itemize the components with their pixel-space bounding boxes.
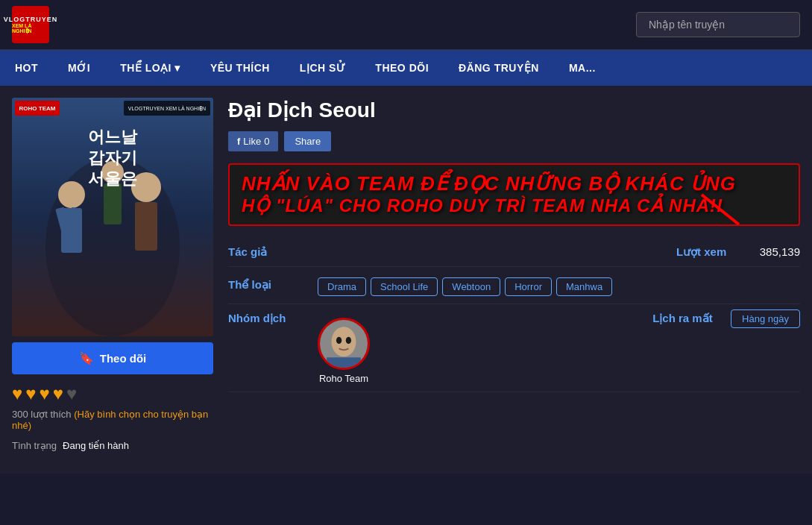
nav-ma[interactable]: MA...	[554, 50, 611, 86]
share-button[interactable]: Share	[284, 131, 331, 151]
like-button[interactable]: f Like 0	[228, 131, 278, 151]
info-section: Đại Dịch Seoul f Like 0 Share NHẤN VÀO T…	[228, 98, 800, 462]
cover-svg: 어느날 갑자기 서울은 ROHO TEAM VLOGTRUYEN XEM LÀ …	[12, 98, 213, 336]
manga-cover: 어느날 갑자기 서울은 ROHO TEAM VLOGTRUYEN XEM LÀ …	[12, 98, 213, 336]
author-views-row: Tác giả Lượt xem 385,139	[228, 238, 800, 267]
logo-bottom-text: XEM LÀ NGHIỆN	[12, 23, 49, 34]
views-label: Lượt xem	[676, 245, 726, 258]
group-label: Nhóm dịch	[228, 312, 318, 325]
rating-section: ♥ ♥ ♥ ♥ ♥	[12, 383, 213, 404]
genre-tags: Drama School Life Webtoon Horror Manhwa	[318, 277, 612, 296]
svg-rect-9	[104, 183, 122, 224]
nav-lich-su[interactable]: LỊCH SỬ	[285, 50, 361, 86]
release-value: Hàng ngày	[731, 309, 800, 328]
tag-webtoon[interactable]: Webtoon	[442, 277, 500, 296]
logo-top-text: VLOGTRUYEN	[4, 16, 58, 23]
votes-text: 300 lượt thích (Hãy bình chọn cho truyện…	[12, 409, 213, 431]
release-label: Lịch ra mất	[652, 312, 713, 324]
main-content: 어느날 갑자기 서울은 ROHO TEAM VLOGTRUYEN XEM LÀ …	[0, 86, 812, 474]
tag-manhwa[interactable]: Manhwa	[556, 277, 612, 296]
follow-label: Theo dõi	[100, 352, 147, 365]
nhom-dich-section: Roho Team	[318, 318, 370, 384]
nav-theo-doi[interactable]: THEO DÕI	[360, 50, 444, 86]
views-section: Lượt xem 385,139	[676, 245, 800, 259]
tag-drama[interactable]: Drama	[318, 277, 366, 296]
svg-text:ROHO TEAM: ROHO TEAM	[19, 105, 56, 112]
tag-school[interactable]: School Life	[371, 277, 438, 296]
svg-text:서울은: 서울은	[88, 169, 137, 188]
svg-rect-23	[327, 357, 361, 370]
svg-rect-7	[135, 202, 157, 251]
genre-label: Thể loại	[228, 278, 318, 292]
facebook-icon: f	[237, 136, 240, 147]
star-1[interactable]: ♥	[12, 383, 22, 404]
tag-horror[interactable]: Horror	[505, 277, 552, 296]
star-4[interactable]: ♥	[53, 383, 63, 404]
search-input[interactable]	[636, 12, 800, 37]
like-label: Like	[243, 136, 261, 147]
social-bar: f Like 0 Share	[228, 131, 800, 151]
nav-the-loai[interactable]: THỂ LOẠI ▾	[105, 50, 195, 86]
logo[interactable]: VLOGTRUYEN XEM LÀ NGHIỆN	[12, 6, 49, 43]
status-value: Đang tiến hành	[63, 440, 129, 451]
header: VLOGTRUYEN XEM LÀ NGHIỆN	[0, 0, 812, 50]
svg-text:어느날: 어느날	[88, 128, 138, 146]
nav-yeu-thich[interactable]: YÊU THÍCH	[195, 50, 285, 86]
views-value: 385,139	[760, 245, 800, 258]
status-row: Tình trạng Đang tiến hành	[12, 440, 213, 451]
star-2[interactable]: ♥	[25, 383, 36, 404]
promo-arrow	[694, 187, 754, 232]
nav-moi[interactable]: MỚI	[53, 50, 105, 86]
team-avatar[interactable]	[318, 318, 370, 370]
star-5[interactable]: ♥	[66, 383, 77, 404]
svg-point-2	[58, 181, 85, 208]
star-3[interactable]: ♥	[40, 383, 50, 404]
team-name: Roho Team	[319, 373, 368, 384]
cover-section: 어느날 갑자기 서울은 ROHO TEAM VLOGTRUYEN XEM LÀ …	[12, 98, 213, 462]
bookmark-icon: 🔖	[79, 351, 94, 365]
group-release-row: Nhóm dịch	[228, 304, 800, 392]
team-avatar-svg	[320, 318, 368, 370]
detail-section: Tác giả Lượt xem 385,139 Thể loại Drama …	[228, 238, 800, 392]
release-section: Lịch ra mất Hàng ngày	[652, 312, 800, 325]
votes-count: 300 lượt thích	[12, 409, 72, 420]
status-label: Tình trạng	[12, 440, 57, 451]
logo-icon: VLOGTRUYEN XEM LÀ NGHIỆN	[12, 6, 49, 43]
follow-button[interactable]: 🔖 Theo dõi	[12, 342, 213, 374]
genre-row: Thể loại Drama School Life Webtoon Horro…	[228, 267, 800, 304]
manga-title: Đại Dịch Seoul	[228, 98, 800, 122]
svg-point-20	[332, 327, 356, 356]
svg-line-17	[702, 195, 739, 224]
svg-text:갑자기: 갑자기	[88, 148, 137, 167]
nav-dang-truyen[interactable]: ĐĂNG TRUYỆN	[444, 50, 554, 86]
main-nav: HOT MỚI THỂ LOẠI ▾ YÊU THÍCH LỊCH SỬ THE…	[0, 50, 812, 86]
promo-banner: NHẤN VÀO TEAM ĐỂ ĐỌC NHỮNG BỘ KHÁC ỦNG H…	[228, 163, 800, 226]
author-label: Tác giả	[228, 245, 318, 259]
nav-hot[interactable]: HOT	[0, 50, 53, 86]
svg-point-21	[336, 337, 342, 344]
svg-point-22	[346, 337, 351, 344]
svg-text:VLOGTRUYEN XEM LÀ NGHIỆN: VLOGTRUYEN XEM LÀ NGHIỆN	[128, 105, 206, 112]
like-count: 0	[264, 136, 269, 147]
cover-art: 어느날 갑자기 서울은 ROHO TEAM VLOGTRUYEN XEM LÀ …	[12, 98, 213, 336]
